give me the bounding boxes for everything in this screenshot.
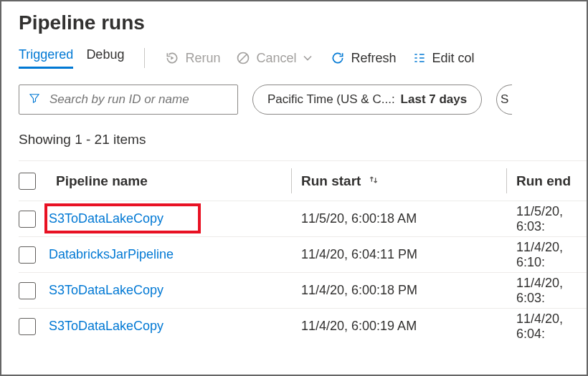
row-checkbox[interactable] (19, 282, 36, 299)
select-all-checkbox[interactable] (19, 173, 36, 190)
run-start-cell: 11/4/20, 6:00:18 PM (291, 273, 506, 308)
chevron-down-icon (300, 51, 315, 65)
search-input-wrap[interactable] (19, 85, 238, 115)
range-label: Last 7 days (401, 92, 468, 107)
column-run-start[interactable]: Run start (291, 161, 506, 201)
filter-row: Pacific Time (US & C... : Last 7 days S (19, 85, 587, 115)
additional-filter[interactable]: S (496, 85, 512, 115)
range-prefix: : (392, 92, 395, 107)
column-run-end[interactable]: Run end (506, 161, 587, 201)
run-end-cell: 11/4/20, 6:10: (506, 237, 587, 272)
row-checkbox[interactable] (19, 211, 36, 228)
edit-columns-button[interactable]: Edit col (412, 51, 475, 66)
column-run-start-label: Run start (301, 173, 361, 189)
run-end-cell: 11/4/20, 6:04: (506, 309, 587, 344)
filter-icon (28, 92, 41, 108)
timezone-label: Pacific Time (US & C... (267, 92, 392, 107)
tab-triggered[interactable]: Triggered (19, 47, 73, 69)
column-pipeline-name-label: Pipeline name (56, 173, 148, 189)
cancel-icon (236, 51, 250, 65)
columns-icon (412, 51, 427, 65)
table-row: S3ToDataLakeCopy 11/4/20, 6:00:19 AM 11/… (19, 308, 587, 344)
tab-debug[interactable]: Debug (86, 47, 124, 69)
runs-table: Pipeline name Run start Run end S3ToData… (19, 160, 587, 344)
cancel-label: Cancel (256, 51, 296, 66)
run-start-cell: 11/4/20, 6:04:11 PM (291, 237, 506, 272)
table-row: S3ToDataLakeCopy 11/5/20, 6:00:18 AM 11/… (19, 201, 587, 236)
tabs: Triggered Debug (19, 47, 124, 69)
pipeline-link[interactable]: DatabricksJarPipeline (49, 247, 174, 262)
row-checkbox[interactable] (19, 246, 36, 264)
run-start-cell: 11/4/20, 6:00:19 AM (291, 309, 506, 344)
row-checkbox[interactable] (19, 318, 36, 335)
run-end-cell: 11/5/20, 6:03: (506, 201, 587, 236)
pipeline-link[interactable]: S3ToDataLakeCopy (49, 319, 163, 334)
column-pipeline-name[interactable]: Pipeline name (19, 161, 291, 201)
search-input[interactable] (48, 92, 229, 107)
refresh-button[interactable]: Refresh (331, 51, 396, 66)
showing-count: Showing 1 - 21 items (19, 132, 587, 148)
pipeline-link[interactable]: S3ToDataLakeCopy (49, 283, 163, 298)
tabs-toolbar: Triggered Debug Rerun Cancel (19, 47, 587, 69)
refresh-icon (331, 51, 345, 65)
pipeline-link[interactable]: S3ToDataLakeCopy (49, 211, 163, 226)
refresh-label: Refresh (351, 51, 396, 66)
rerun-icon (165, 51, 179, 65)
column-run-end-label: Run end (516, 173, 571, 189)
table-row: S3ToDataLakeCopy 11/4/20, 6:00:18 PM 11/… (19, 272, 587, 308)
rerun-button[interactable]: Rerun (165, 51, 220, 66)
table-row: DatabricksJarPipeline 11/4/20, 6:04:11 P… (19, 236, 587, 272)
cancel-button[interactable]: Cancel (236, 51, 315, 66)
sort-icon[interactable] (368, 173, 379, 189)
edit-columns-label: Edit col (432, 51, 475, 66)
run-end-cell: 11/4/20, 6:03: (506, 273, 587, 308)
table-header: Pipeline name Run start Run end (19, 160, 587, 201)
time-range-filter[interactable]: Pacific Time (US & C... : Last 7 days (252, 85, 482, 115)
run-start-cell: 11/5/20, 6:00:18 AM (291, 201, 506, 236)
divider (144, 48, 145, 68)
page-title: Pipeline runs (19, 11, 587, 34)
rerun-label: Rerun (185, 51, 220, 66)
